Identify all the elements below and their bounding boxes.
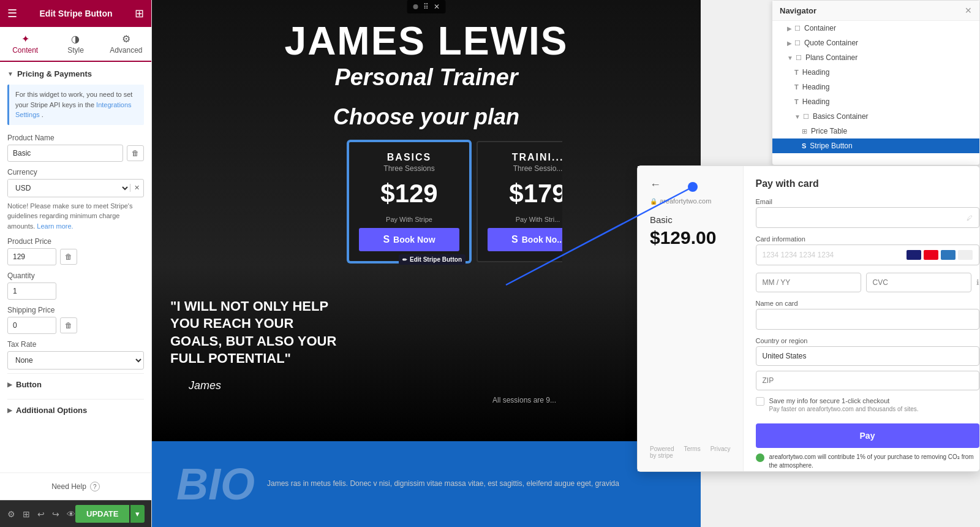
- nav-label-heading-3: Heading: [802, 97, 830, 106]
- nav-item-price-table[interactable]: ⊞ Price Table: [772, 124, 979, 138]
- currency-clear-icon[interactable]: ✕: [130, 184, 143, 192]
- update-button[interactable]: UPDATE: [75, 505, 129, 523]
- eye-icon[interactable]: 👁: [67, 509, 75, 519]
- cvc-input[interactable]: [866, 273, 971, 292]
- pay-button[interactable]: Pay: [756, 423, 979, 448]
- tax-rate-row: None: [7, 351, 144, 370]
- quote-text: "I WILL NOT ONLY HELP YOU REACH YOUR GOA…: [170, 298, 342, 368]
- quantity-input[interactable]: [7, 282, 56, 300]
- additional-section-header[interactable]: ▶ Additional Options: [7, 399, 144, 421]
- currency-select[interactable]: USD: [8, 180, 130, 197]
- stripe-book-now-btn[interactable]: S Book Now ✏ Edit Stripe Button: [359, 228, 459, 251]
- additional-section-label: Additional Options: [16, 406, 87, 415]
- nav-icon-stripe: S: [802, 142, 806, 150]
- nav-label-stripe: Stripe Button: [810, 142, 852, 150]
- shipping-price-label: Shipping Price: [7, 306, 144, 314]
- plan-card-training[interactable]: TRAINI... Three Sessio... $179 Pay With …: [477, 141, 599, 262]
- plan-training-sessions: Three Sessio...: [488, 164, 588, 173]
- product-name-input[interactable]: [7, 145, 123, 162]
- update-btn-wrap: UPDATE ▾: [75, 505, 145, 523]
- tabs-row: ✦ Content ◑ Style ⚙ Advanced: [0, 27, 151, 62]
- hero-subtitle: Personal Trainer: [152, 64, 701, 91]
- quote-author: James: [189, 379, 221, 392]
- book-now-label: Book Now: [393, 235, 435, 245]
- pricing-section-header[interactable]: ▼ Pricing & Payments: [7, 69, 144, 78]
- email-input[interactable]: 🖊: [756, 207, 979, 228]
- layers-icon[interactable]: ⊞: [23, 509, 30, 519]
- shipping-delete-btn[interactable]: 🗑: [60, 317, 77, 333]
- visa-icon: [907, 250, 921, 260]
- stripe-privacy-link[interactable]: Privacy: [710, 445, 731, 459]
- zip-input[interactable]: [756, 371, 979, 390]
- nav-label-container: Container: [804, 24, 836, 32]
- currency-select-wrap: USD ✕: [7, 179, 144, 197]
- need-help: Need Help ?: [0, 472, 151, 500]
- button-section-header[interactable]: ▶ Button: [7, 373, 144, 395]
- product-price-input[interactable]: [7, 248, 56, 265]
- settings-icon[interactable]: ⚙: [7, 509, 15, 519]
- nav-arrow-basics: ▼: [794, 113, 801, 120]
- nav-label-heading-1: Heading: [802, 68, 830, 77]
- card-info-label: Card information: [756, 235, 979, 243]
- plan-basics-pay-label: Pay With Stripe: [359, 216, 459, 223]
- navigator-panel: Navigator ✕ ▶ ☐ Container ▶ ☐ Quote Cont…: [772, 0, 980, 165]
- stripe-back-icon[interactable]: ←: [650, 178, 731, 191]
- card-type-icons: [907, 250, 973, 260]
- canvas-move-icon[interactable]: ⠿: [423, 2, 429, 11]
- stripe-terms-link[interactable]: Terms: [684, 445, 700, 459]
- plan-card-basics[interactable]: BASICS Three Sessions $129 Pay With Stri…: [348, 141, 470, 262]
- nav-item-plans-container[interactable]: ▼ ☐ Plans Container: [772, 50, 979, 65]
- canvas-close-icon[interactable]: ✕: [434, 2, 440, 11]
- nav-icon-plans: ☐: [796, 54, 802, 62]
- navigator-close-icon[interactable]: ✕: [965, 6, 972, 15]
- currency-row: USD ✕: [7, 179, 144, 197]
- grid-icon[interactable]: ⊞: [135, 7, 144, 20]
- nav-item-basics-container[interactable]: ▼ ☐ Basics Container: [772, 109, 979, 124]
- tab-advanced[interactable]: ⚙ Advanced: [101, 27, 151, 61]
- toolbar-left-icons: ⚙ ⊞ ↩ ↪ 👁: [7, 509, 75, 519]
- undo-icon[interactable]: ↩: [37, 509, 45, 519]
- nav-item-heading-3[interactable]: T Heading: [772, 94, 979, 109]
- nav-item-stripe-button[interactable]: S Stripe Button: [772, 138, 979, 153]
- save-checkbox[interactable]: [756, 397, 764, 406]
- product-price-label: Product Price: [7, 237, 144, 246]
- canvas-topbar: ⠿ ✕: [407, 0, 446, 13]
- hamburger-icon[interactable]: ☰: [7, 7, 17, 20]
- tax-rate-label: Tax Rate: [7, 340, 144, 349]
- country-select[interactable]: United States: [756, 346, 979, 366]
- product-name-delete-btn[interactable]: 🗑: [127, 145, 144, 161]
- stripe-modal-right: Pay with card Email 🖊 Card information 1…: [744, 166, 981, 471]
- pricing-arrow-icon: ▼: [7, 70, 13, 77]
- plan-basics-name: BASICS: [359, 152, 459, 163]
- canvas-handle-dot: [413, 4, 418, 9]
- tax-rate-select[interactable]: None: [7, 351, 144, 370]
- need-help-text: Need Help: [51, 482, 86, 491]
- nav-item-heading-2[interactable]: T Heading: [772, 80, 979, 94]
- tab-style[interactable]: ◑ Style: [50, 27, 100, 61]
- tab-content[interactable]: ✦ Content: [0, 27, 50, 62]
- canvas-background: JAMES LEWIS Personal Trainer "I WILL NOT…: [152, 0, 701, 441]
- update-dropdown-btn[interactable]: ▾: [130, 505, 145, 523]
- nav-item-heading-1[interactable]: T Heading: [772, 65, 979, 80]
- card-number-input[interactable]: 1234 1234 1234 1234: [756, 245, 979, 265]
- tab-style-label: Style: [67, 46, 84, 55]
- name-on-card-input[interactable]: [756, 309, 979, 330]
- edit-stripe-badge: ✏ Edit Stripe Button: [399, 254, 466, 265]
- bio-text: James ras in metus felis. Donec v nisi, …: [267, 478, 676, 490]
- help-circle-icon[interactable]: ?: [90, 482, 100, 491]
- learn-more-link[interactable]: Learn more.: [37, 222, 73, 230]
- info-period: .: [42, 111, 43, 118]
- name-on-card-label: Name on card: [756, 300, 979, 307]
- plan-training-pay-label: Pay With Stri...: [488, 216, 588, 223]
- expiry-input[interactable]: [756, 273, 861, 292]
- shipping-price-input[interactable]: [7, 317, 56, 334]
- nav-item-container[interactable]: ▶ ☐ Container: [772, 21, 979, 36]
- stripe-book-now-btn-2[interactable]: S Book No...: [488, 228, 588, 251]
- redo-icon[interactable]: ↪: [52, 509, 59, 519]
- lock-icon: 🔒: [650, 198, 657, 205]
- bottom-toolbar: ⚙ ⊞ ↩ ↪ 👁 UPDATE ▾: [0, 500, 151, 527]
- country-label: Country or region: [756, 337, 979, 344]
- nav-item-quote-container[interactable]: ▶ ☐ Quote Container: [772, 36, 979, 50]
- product-price-delete-btn[interactable]: 🗑: [60, 249, 77, 265]
- bottom-section: BIO James ras in metus felis. Donec v ni…: [152, 441, 701, 527]
